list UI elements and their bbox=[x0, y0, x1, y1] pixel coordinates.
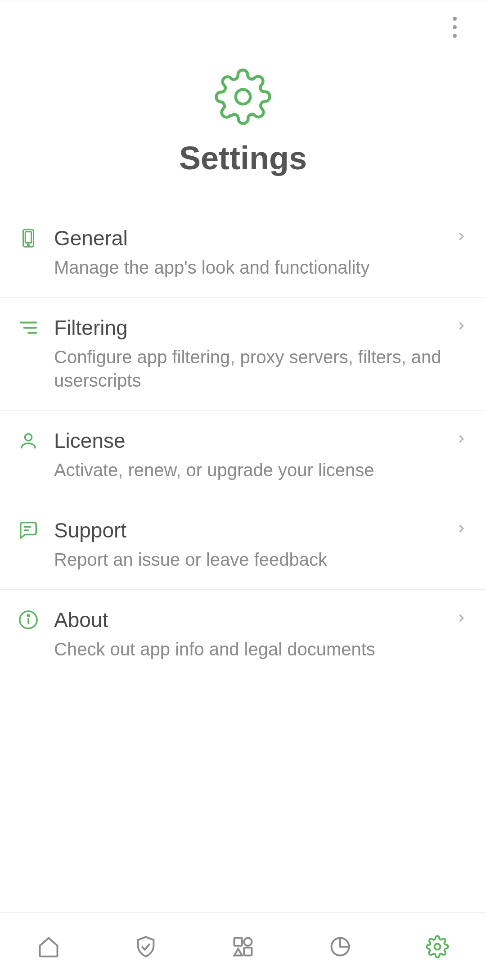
nav-protection[interactable] bbox=[97, 913, 194, 980]
chevron-right-icon bbox=[454, 608, 468, 625]
chevron-right-icon bbox=[454, 518, 468, 535]
settings-list: General Manage the app's look and functi… bbox=[0, 208, 486, 912]
svg-point-6 bbox=[25, 434, 32, 441]
top-bar bbox=[0, 0, 486, 54]
overflow-menu-icon[interactable] bbox=[441, 14, 468, 41]
nav-settings[interactable] bbox=[389, 913, 486, 980]
row-subtitle: Check out app info and legal documents bbox=[54, 637, 446, 661]
chevron-right-icon bbox=[454, 226, 468, 243]
svg-point-11 bbox=[27, 615, 29, 617]
info-icon bbox=[18, 608, 54, 630]
chevron-right-icon bbox=[454, 316, 468, 333]
row-title: License bbox=[54, 429, 446, 453]
page-header: Settings bbox=[0, 54, 486, 208]
svg-point-13 bbox=[244, 938, 252, 945]
gear-icon bbox=[214, 68, 272, 126]
row-subtitle: Report an issue or leave feedback bbox=[54, 548, 446, 571]
svg-rect-14 bbox=[244, 948, 252, 955]
nav-apps[interactable] bbox=[194, 913, 292, 980]
shield-check-icon bbox=[134, 935, 158, 958]
row-title: General bbox=[54, 226, 446, 250]
shapes-icon bbox=[231, 935, 255, 958]
svg-rect-1 bbox=[25, 232, 31, 243]
row-title: Support bbox=[54, 518, 446, 542]
row-title: About bbox=[54, 608, 446, 632]
bottom-nav bbox=[0, 912, 486, 980]
phone-icon bbox=[18, 226, 54, 248]
svg-point-2 bbox=[27, 244, 29, 246]
row-subtitle: Manage the app's look and functionality bbox=[54, 256, 446, 279]
page-title: Settings bbox=[179, 140, 307, 176]
nav-stats[interactable] bbox=[292, 913, 389, 980]
nav-home[interactable] bbox=[0, 913, 97, 980]
home-icon bbox=[37, 935, 60, 958]
filter-lines-icon bbox=[18, 316, 54, 338]
row-support[interactable]: Support Report an issue or leave feedbac… bbox=[0, 500, 486, 590]
chevron-right-icon bbox=[454, 429, 468, 446]
user-icon bbox=[18, 429, 54, 451]
row-general[interactable]: General Manage the app's look and functi… bbox=[0, 208, 486, 298]
chat-icon bbox=[18, 518, 54, 541]
row-title: Filtering bbox=[54, 316, 446, 340]
row-filtering[interactable]: Filtering Configure app filtering, proxy… bbox=[0, 298, 486, 411]
row-subtitle: Configure app filtering, proxy servers, … bbox=[54, 345, 446, 392]
pie-chart-icon bbox=[328, 935, 352, 958]
row-subtitle: Activate, renew, or upgrade your license bbox=[54, 458, 446, 482]
gear-icon bbox=[426, 935, 449, 958]
svg-rect-12 bbox=[234, 938, 242, 945]
row-license[interactable]: License Activate, renew, or upgrade your… bbox=[0, 411, 486, 500]
row-about[interactable]: About Check out app info and legal docum… bbox=[0, 590, 486, 679]
svg-point-15 bbox=[435, 944, 441, 949]
